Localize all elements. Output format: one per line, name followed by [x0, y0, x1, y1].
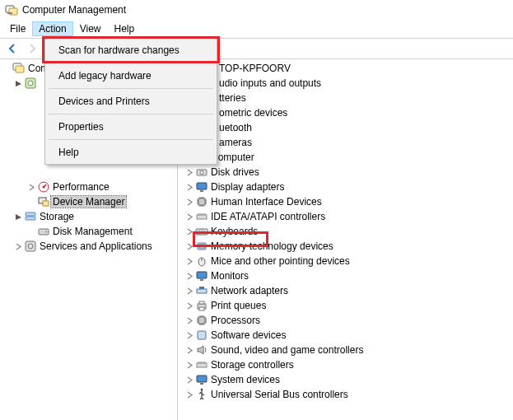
expander-closed-icon[interactable]	[13, 241, 23, 251]
tree-label: Services and Applications	[40, 240, 152, 252]
device-manager-icon	[37, 195, 50, 208]
svg-point-14	[45, 231, 47, 233]
expander-closed-icon[interactable]	[184, 241, 194, 251]
services-icon	[24, 240, 37, 253]
device-software-devices[interactable]: Software devices	[178, 328, 513, 343]
disk-icon	[195, 166, 208, 179]
tree-storage[interactable]: Storage	[0, 209, 177, 224]
svg-rect-13	[39, 229, 49, 235]
expander-closed-icon[interactable]	[184, 226, 194, 236]
expander-closed-icon[interactable]	[184, 212, 194, 222]
device-network[interactable]: Network adapters	[178, 283, 513, 298]
device-label: Software devices	[211, 329, 286, 341]
device-label: System devices	[211, 374, 280, 385]
expander-closed-icon[interactable]	[184, 182, 194, 192]
menu-properties[interactable]: Properties	[47, 117, 215, 137]
sound-icon	[195, 343, 208, 357]
svg-rect-24	[197, 215, 207, 219]
back-button[interactable]	[3, 40, 21, 58]
expander-closed-icon[interactable]	[184, 301, 194, 310]
device-sound[interactable]: Sound, video and game controllers	[178, 343, 513, 357]
display-icon	[195, 180, 208, 194]
menu-file[interactable]: File	[3, 21, 32, 36]
device-label: Mice and other pointing devices	[211, 255, 350, 267]
expander-closed-icon[interactable]	[184, 360, 194, 370]
device-tree-pane[interactable]: TOP-KPFOORV udio inputs and outputs tter…	[178, 59, 513, 420]
svg-rect-10	[43, 201, 49, 206]
device-display-adapters[interactable]: Display adapters	[178, 180, 513, 194]
svg-rect-32	[197, 289, 207, 293]
device-batteries[interactable]: tteries	[178, 91, 513, 105]
tree-services-apps[interactable]: Services and Applications	[0, 239, 177, 254]
memory-icon	[195, 240, 208, 253]
svg-rect-40	[197, 376, 207, 382]
tree-label: Performance	[53, 181, 110, 193]
expander-closed-icon[interactable]	[26, 182, 36, 192]
device-computer-name[interactable]: TOP-KPFOORV	[178, 61, 513, 76]
svg-rect-22	[200, 190, 203, 192]
system-tools-icon	[24, 77, 37, 90]
expander-closed-icon[interactable]	[184, 375, 194, 385]
menu-separator	[49, 63, 213, 63]
computer-management-icon	[12, 62, 26, 75]
device-hid[interactable]: Human Interface Devices	[178, 194, 513, 209]
software-icon	[195, 329, 208, 342]
device-label: Print queues	[211, 300, 266, 311]
expander-closed-icon[interactable]	[184, 330, 194, 340]
expander-closed-icon[interactable]	[184, 345, 194, 355]
expander-closed-icon[interactable]	[184, 315, 194, 325]
menu-action[interactable]: Action	[32, 21, 72, 36]
expander-closed-icon[interactable]	[184, 256, 194, 266]
menu-help[interactable]: Help	[108, 21, 142, 36]
device-disk-drives[interactable]: Disk drives	[178, 165, 513, 180]
menu-add-legacy[interactable]: Add legacy hardware	[47, 66, 215, 86]
tree-performance[interactable]: Performance	[0, 180, 177, 194]
app-icon	[5, 3, 18, 16]
forward-button[interactable]	[23, 40, 41, 58]
device-ide[interactable]: IDE ATA/ATAPI controllers	[178, 209, 513, 224]
device-label: Monitors	[211, 270, 249, 282]
device-bluetooth[interactable]: uetooth	[178, 120, 513, 135]
expander-open-icon[interactable]	[13, 212, 23, 222]
svg-rect-37	[198, 317, 205, 324]
menu-separator	[49, 88, 213, 89]
expander-closed-icon[interactable]	[184, 271, 194, 281]
expander-open-icon[interactable]	[13, 78, 23, 88]
svg-rect-12	[26, 217, 35, 220]
device-label: Processors	[211, 315, 260, 326]
device-print-queues[interactable]: Print queues	[178, 298, 513, 313]
device-audio[interactable]: udio inputs and outputs	[178, 76, 513, 91]
device-memory-tech[interactable]: Memory technology devices	[178, 239, 513, 254]
svg-rect-33	[199, 287, 204, 289]
tree-disk-management[interactable]: Disk Management	[0, 224, 177, 239]
device-usb[interactable]: Universal Serial Bus controllers	[178, 387, 513, 402]
device-monitors[interactable]: Monitors	[178, 268, 513, 283]
device-processors[interactable]: Processors	[178, 313, 513, 328]
svg-point-20	[200, 171, 203, 175]
svg-point-8	[43, 186, 45, 189]
network-icon	[195, 284, 208, 297]
device-biometric[interactable]: ometric devices	[178, 105, 513, 120]
device-system-devices[interactable]: System devices	[178, 372, 513, 387]
svg-rect-15	[26, 241, 35, 251]
device-cameras[interactable]: ameras	[178, 135, 513, 150]
expander-closed-icon[interactable]	[184, 197, 194, 207]
expander-closed-icon[interactable]	[184, 286, 194, 296]
tree-device-manager[interactable]: Device Manager	[0, 194, 177, 209]
svg-rect-27	[199, 245, 204, 248]
device-mice[interactable]: Mice and other pointing devices	[178, 254, 513, 268]
expander-closed-icon[interactable]	[184, 390, 194, 399]
device-keyboards[interactable]: Keyboards	[178, 224, 513, 239]
menu-scan-hardware[interactable]: Scan for hardware changes	[47, 40, 215, 60]
menu-view[interactable]: View	[73, 21, 108, 36]
svg-rect-30	[197, 272, 207, 278]
storage-ctrl-icon	[195, 358, 208, 371]
svg-point-42	[201, 389, 203, 391]
device-computer[interactable]: Computer	[178, 150, 513, 165]
device-storage-ctrl[interactable]: Storage controllers	[178, 357, 513, 372]
menu-help[interactable]: Help	[47, 142, 215, 162]
svg-rect-21	[197, 183, 207, 189]
expander-closed-icon[interactable]	[184, 167, 194, 177]
menu-devices-printers[interactable]: Devices and Printers	[47, 91, 215, 111]
device-label: Storage controllers	[211, 359, 294, 371]
